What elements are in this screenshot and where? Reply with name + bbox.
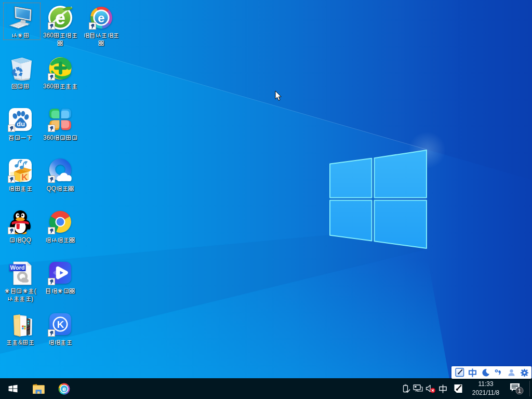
svg-text:K: K bbox=[57, 319, 64, 330]
svg-text:e: e bbox=[55, 7, 65, 29]
svg-text:11:33: 11:33 bbox=[478, 380, 493, 388]
svg-text:K: K bbox=[21, 172, 28, 182]
svg-text:du: du bbox=[17, 120, 25, 128]
svg-text:e: e bbox=[62, 385, 66, 392]
svg-text:e: e bbox=[98, 11, 104, 25]
svg-text:1: 1 bbox=[517, 388, 521, 394]
svg-text:Word: Word bbox=[10, 264, 25, 271]
svg-text:2021/11/8: 2021/11/8 bbox=[472, 389, 500, 396]
